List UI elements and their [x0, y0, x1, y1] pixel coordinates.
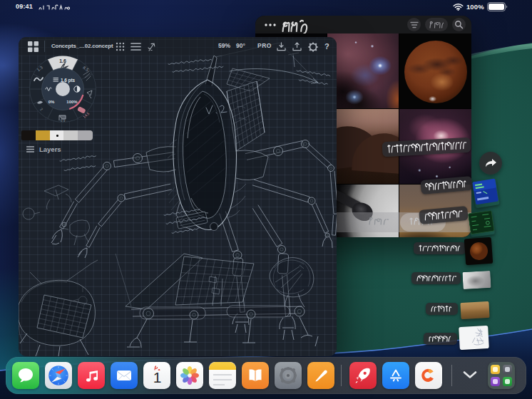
- svg-text:0%: 0%: [48, 100, 55, 104]
- svg-text:100%: 100%: [66, 100, 78, 104]
- svg-text:6'9: 6'9: [61, 118, 66, 123]
- svg-text:1.6: 1.6: [59, 58, 66, 63]
